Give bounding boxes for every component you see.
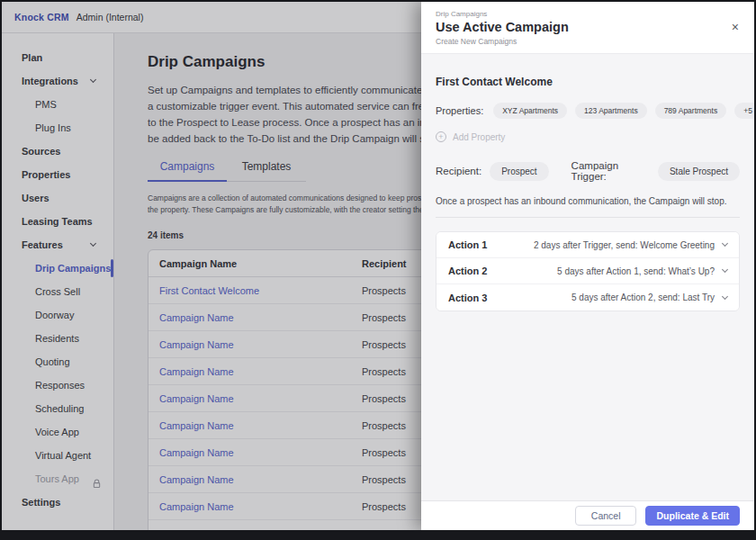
action-name: Action 2 bbox=[448, 266, 487, 276]
duplicate-edit-button[interactable]: Duplicate & Edit bbox=[645, 506, 740, 526]
section-divider bbox=[436, 217, 740, 218]
close-icon[interactable]: × bbox=[732, 21, 739, 33]
action-summary: 5 days after Action 1, send: What’s Up? bbox=[557, 266, 715, 276]
property-chip: XYZ Apartments bbox=[493, 103, 567, 119]
add-property-button[interactable]: + Add Property bbox=[436, 131, 740, 142]
drawer-subtitle: Create New Campaigns bbox=[436, 37, 740, 46]
app-screen: Knock CRM Admin (Internal) PlanIntegrati… bbox=[2, 2, 754, 530]
window-frame: Knock CRM Admin (Internal) PlanIntegrati… bbox=[0, 0, 756, 540]
property-chip-list: XYZ Apartments123 Apartments789 Apartmen… bbox=[493, 103, 754, 119]
action-summary-group: 5 days after Action 2, send: Last Try bbox=[572, 292, 727, 302]
breadcrumb: Drip Campaigns bbox=[436, 10, 740, 18]
chevron-down-icon bbox=[722, 240, 728, 247]
recipient-value-chip: Prospect bbox=[490, 162, 548, 181]
chevron-down-icon bbox=[722, 266, 728, 273]
use-active-campaign-drawer: Drip Campaigns Use Active Campaign Creat… bbox=[421, 2, 754, 530]
action-list: Action 12 days after Trigger, send: Welc… bbox=[436, 231, 740, 311]
trigger-value-chip: Stale Prospect bbox=[658, 162, 740, 181]
add-property-label: Add Property bbox=[453, 132, 505, 142]
property-chip: 123 Apartments bbox=[575, 103, 647, 119]
property-chip: 789 Apartments bbox=[655, 103, 727, 119]
recipient-trigger-row: Recipient: Prospect Campaign Trigger: St… bbox=[436, 160, 740, 182]
recipient-label: Recipient: bbox=[436, 166, 482, 176]
action-summary-group: 2 days after Trigger, send: Welcome Gree… bbox=[534, 240, 727, 250]
properties-row: Properties: XYZ Apartments123 Apartments… bbox=[436, 103, 740, 119]
campaign-name-label: First Contact Welcome bbox=[436, 76, 740, 88]
drawer-header: Drip Campaigns Use Active Campaign Creat… bbox=[421, 2, 754, 54]
action-row-action-3[interactable]: Action 35 days after Action 2, send: Las… bbox=[436, 284, 739, 310]
drawer-footer: Cancel Duplicate & Edit bbox=[421, 500, 754, 530]
action-row-action-1[interactable]: Action 12 days after Trigger, send: Welc… bbox=[436, 232, 739, 258]
properties-label: Properties: bbox=[436, 105, 483, 116]
drawer-title: Use Active Campaign bbox=[436, 20, 740, 34]
cancel-button[interactable]: Cancel bbox=[575, 506, 637, 526]
action-row-action-2[interactable]: Action 25 days after Action 1, send: Wha… bbox=[436, 258, 739, 284]
action-name: Action 1 bbox=[448, 239, 487, 250]
action-name: Action 3 bbox=[448, 292, 487, 303]
drawer-body: First Contact Welcome Properties: XYZ Ap… bbox=[421, 54, 754, 500]
action-summary: 2 days after Trigger, send: Welcome Gree… bbox=[534, 240, 715, 250]
property-chip: +5 bbox=[734, 103, 754, 119]
action-summary: 5 days after Action 2, send: Last Try bbox=[572, 292, 715, 302]
action-summary-group: 5 days after Action 1, send: What’s Up? bbox=[557, 266, 727, 276]
stop-note: Once a prospect has an inbound communica… bbox=[436, 196, 740, 206]
chevron-down-icon bbox=[722, 292, 728, 299]
plus-circle-icon: + bbox=[436, 131, 446, 142]
campaign-trigger-label: Campaign Trigger: bbox=[572, 160, 650, 182]
